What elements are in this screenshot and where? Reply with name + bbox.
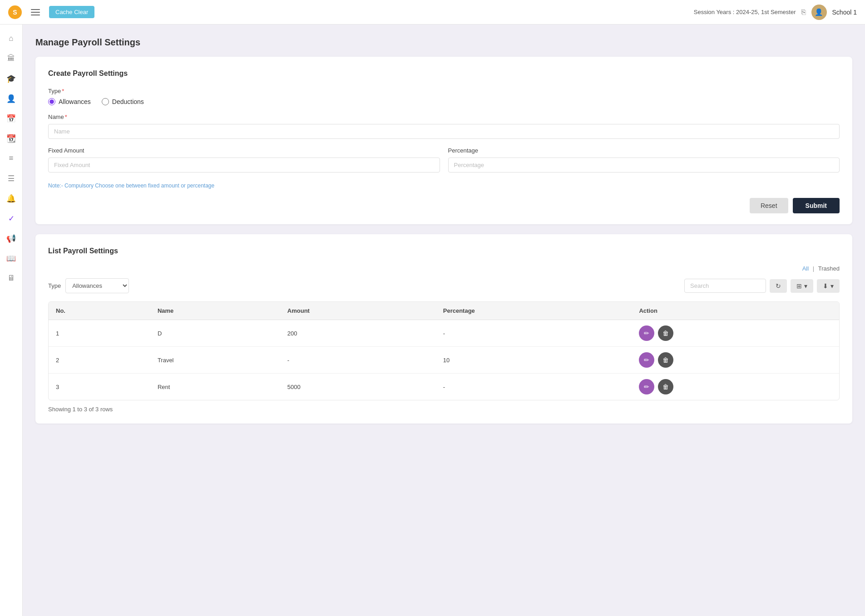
trashed-link[interactable]: Trashed [818, 265, 840, 272]
app-logo: S [8, 5, 22, 19]
cell-percentage: 10 [436, 347, 632, 374]
create-card-title: Create Payroll Settings [48, 69, 840, 78]
download-icon: ⬇ [823, 282, 828, 290]
deductions-radio-item[interactable]: Deductions [102, 98, 144, 105]
cell-action: ✏ 🗑 [632, 320, 839, 347]
topbar-left: S Cache Clear [8, 5, 94, 19]
sidebar-item-book[interactable]: 📖 [3, 250, 20, 267]
cell-percentage: - [436, 374, 632, 400]
sidebar-item-user[interactable]: 👤 [3, 90, 20, 107]
topbar-right: Session Years : 2024-25, 1st Semester ⎘ … [694, 5, 857, 20]
type-filter-select[interactable]: Allowances Deductions [65, 278, 129, 293]
edit-button[interactable]: ✏ [639, 325, 654, 341]
sidebar-item-monitor[interactable]: 🖥 [3, 270, 20, 287]
name-input[interactable] [48, 124, 840, 139]
sidebar-item-check[interactable]: ✓ [3, 210, 20, 227]
cell-name: Rent [150, 374, 280, 400]
link-separator: | [813, 265, 816, 272]
delete-button[interactable]: 🗑 [658, 379, 673, 394]
columns-button[interactable]: ⊞ ▾ [791, 279, 813, 293]
col-percentage: Percentage [436, 302, 632, 320]
copy-icon[interactable]: ⎘ [801, 8, 806, 16]
allowances-radio-label: Allowances [59, 98, 91, 105]
edit-button[interactable]: ✏ [639, 352, 654, 368]
sidebar: ⌂ 🏛 🎓 👤 📅 📆 ≡ ☰ 🔔 ✓ 📢 📖 🖥 [0, 25, 23, 616]
cell-action: ✏ 🗑 [632, 374, 839, 400]
percentage-label: Percentage [448, 147, 840, 154]
delete-button[interactable]: 🗑 [658, 325, 673, 341]
col-amount: Amount [280, 302, 436, 320]
download-button[interactable]: ⬇ ▾ [817, 279, 840, 293]
sidebar-item-graduation[interactable]: 🎓 [3, 70, 20, 87]
filter-type-label: Type [48, 282, 61, 289]
sidebar-item-calendar2[interactable]: 📆 [3, 130, 20, 147]
allowances-radio[interactable] [48, 98, 55, 105]
list-links: All | Trashed [802, 265, 840, 272]
amount-percentage-row: Fixed Amount Percentage [48, 147, 840, 181]
cell-amount: 5000 [280, 374, 436, 400]
all-link[interactable]: All [802, 265, 809, 272]
showing-text: Showing 1 to 3 of 3 rows [48, 406, 840, 413]
cell-name: Travel [150, 347, 280, 374]
submit-button[interactable]: Submit [793, 198, 840, 213]
fixed-amount-group: Fixed Amount [48, 147, 440, 172]
allowances-radio-item[interactable]: Allowances [48, 98, 91, 105]
list-payroll-card: List Payroll Settings All | Trashed Type… [35, 234, 852, 424]
percentage-input[interactable] [448, 158, 840, 172]
refresh-button[interactable]: ↻ [770, 279, 787, 293]
cell-percentage: - [436, 320, 632, 347]
table-header: No. Name Amount Percentage Action [49, 302, 839, 320]
main-content: Manage Payroll Settings Create Payroll S… [23, 25, 865, 616]
action-buttons: ✏ 🗑 [639, 352, 832, 368]
payroll-table: No. Name Amount Percentage Action 1 D 20… [49, 302, 839, 400]
cell-no: 1 [49, 320, 150, 347]
create-payroll-card: Create Payroll Settings Type* Allowances… [35, 57, 852, 224]
sidebar-item-home[interactable]: ⌂ [3, 30, 20, 47]
school-label: School 1 [832, 9, 857, 16]
delete-button[interactable]: 🗑 [658, 352, 673, 368]
sidebar-item-lines[interactable]: ☰ [3, 170, 20, 187]
action-buttons: ✏ 🗑 [639, 379, 832, 394]
col-action: Action [632, 302, 839, 320]
sidebar-item-list[interactable]: ≡ [3, 150, 20, 167]
type-label: Type* [48, 88, 840, 94]
columns-icon: ⊞ [796, 282, 802, 290]
cell-no: 2 [49, 347, 150, 374]
form-button-row: Reset Submit [48, 198, 840, 213]
sidebar-item-bank[interactable]: 🏛 [3, 50, 20, 67]
page-title: Manage Payroll Settings [35, 37, 852, 48]
cache-clear-button[interactable]: Cache Clear [49, 6, 94, 18]
topbar: S Cache Clear Session Years : 2024-25, 1… [0, 0, 865, 25]
refresh-icon: ↻ [776, 282, 781, 290]
fixed-amount-input[interactable] [48, 158, 440, 172]
sidebar-item-calendar[interactable]: 📅 [3, 110, 20, 127]
table-row: 1 D 200 - ✏ 🗑 [49, 320, 839, 347]
sidebar-item-speaker[interactable]: 📢 [3, 230, 20, 247]
percentage-group: Percentage [448, 147, 840, 172]
table-row: 3 Rent 5000 - ✏ 🗑 [49, 374, 839, 400]
action-buttons: ✏ 🗑 [639, 325, 832, 341]
avatar: 👤 [811, 5, 827, 20]
note-text: Note:- Compulsory Choose one between fix… [48, 182, 840, 189]
download-chevron: ▾ [830, 282, 834, 290]
name-label: Name* [48, 113, 840, 120]
table-row: 2 Travel - 10 ✏ 🗑 [49, 347, 839, 374]
sidebar-item-bell[interactable]: 🔔 [3, 190, 20, 207]
reset-button[interactable]: Reset [750, 198, 788, 213]
table-body: 1 D 200 - ✏ 🗑 2 Travel - 10 ✏ 🗑 3 [49, 320, 839, 400]
edit-button[interactable]: ✏ [639, 379, 654, 394]
columns-chevron: ▾ [804, 282, 807, 290]
hamburger-menu[interactable] [29, 7, 42, 17]
search-input[interactable] [684, 279, 766, 293]
type-radio-group: Allowances Deductions [48, 98, 840, 105]
filter-row: Type Allowances Deductions ↻ ⊞ ▾ ⬇ ▾ [48, 278, 840, 293]
cell-amount: - [280, 347, 436, 374]
col-no: No. [49, 302, 150, 320]
session-text: Session Years : 2024-25, 1st Semester [694, 9, 796, 15]
col-name: Name [150, 302, 280, 320]
filter-left: Type Allowances Deductions [48, 278, 129, 293]
deductions-radio[interactable] [102, 98, 109, 105]
deductions-radio-label: Deductions [112, 98, 144, 105]
cell-amount: 200 [280, 320, 436, 347]
name-field-group: Name* [48, 113, 840, 139]
